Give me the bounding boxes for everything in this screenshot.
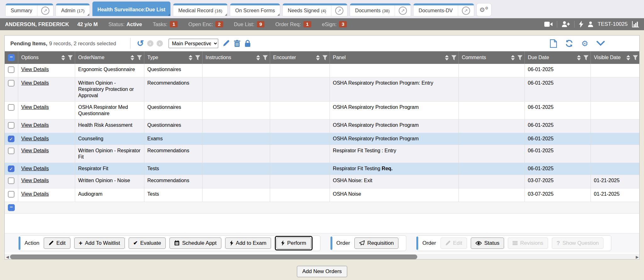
filter-icon[interactable] xyxy=(451,55,457,60)
chevron-right-icon[interactable]: › xyxy=(157,40,163,47)
tab-settings-button[interactable]: ⚙⚙ xyxy=(477,3,491,16)
row-checkbox[interactable] xyxy=(8,177,14,184)
status-button[interactable]: Status xyxy=(471,238,504,249)
filter-icon[interactable] xyxy=(195,55,200,60)
scroll-right-icon[interactable]: ▶ xyxy=(635,255,640,259)
edit-button[interactable]: Edit xyxy=(44,238,70,249)
open-in-new-window-button[interactable]: ↗ xyxy=(37,3,53,16)
tab-documents-dv[interactable]: Documents-DV↗ xyxy=(414,3,474,16)
tab-summary[interactable]: Summary↗ xyxy=(6,3,53,16)
video-camera-icon[interactable] xyxy=(544,21,552,27)
schedule-appt-button[interactable]: Schedule Appt xyxy=(169,238,221,249)
lightning-icon[interactable] xyxy=(579,21,583,28)
tab-health-surveillance-due-list[interactable]: Health Surveillance:Due List xyxy=(92,2,170,16)
undo-icon[interactable]: ↺ xyxy=(137,39,144,48)
row-checkbox[interactable] xyxy=(8,66,14,73)
view-details-link[interactable]: View Details xyxy=(21,80,49,86)
filter-icon[interactable] xyxy=(517,55,523,60)
view-details-link[interactable]: View Details xyxy=(21,191,49,197)
requisition-button[interactable]: Requisition xyxy=(354,238,398,249)
add-to-exam-button[interactable]: Add to Exam xyxy=(225,238,271,249)
filter-icon[interactable] xyxy=(263,55,268,60)
panel-toolbar: Pending Items, 9 records, 2 records sele… xyxy=(5,36,639,51)
row-checkbox[interactable] xyxy=(8,122,14,129)
bolt-icon xyxy=(230,240,233,246)
scrollbar-thumb[interactable] xyxy=(10,255,417,259)
row-checkbox[interactable] xyxy=(8,104,14,111)
add-to-waitlist-button[interactable]: +Add To Waitlist xyxy=(74,238,125,249)
collapse-chevron-icon[interactable] xyxy=(597,41,605,46)
sort-icon[interactable] xyxy=(445,55,449,60)
tab-admin[interactable]: Admin(17) xyxy=(56,3,89,16)
sort-icon[interactable] xyxy=(511,55,515,60)
stat-badge-due-list[interactable]: 9 xyxy=(257,21,265,27)
focus-ring: Perform xyxy=(275,236,312,250)
view-details-link[interactable]: View Details xyxy=(21,67,49,72)
sort-icon[interactable] xyxy=(256,55,260,60)
stat-badge-esign[interactable]: 3 xyxy=(339,21,347,27)
column-header-type[interactable]: Type xyxy=(144,51,202,64)
open-in-new-window-button[interactable]: ↗ xyxy=(331,3,347,16)
tab-on-screen-forms[interactable]: On Screen Forms xyxy=(230,3,280,16)
view-details-link[interactable]: View Details xyxy=(21,148,49,153)
tab-documents[interactable]: Documents(38)↗ xyxy=(350,3,411,16)
visible-date-cell: 01-21-2025 xyxy=(591,175,640,188)
column-header-comments[interactable]: Comments xyxy=(458,51,525,64)
button-label: Status xyxy=(484,240,499,246)
add-person-icon[interactable] xyxy=(562,21,570,27)
panel-title: Pending Items, xyxy=(10,41,47,47)
sort-icon[interactable] xyxy=(626,55,630,60)
sort-icon[interactable] xyxy=(316,55,320,60)
view-details-link[interactable]: View Details xyxy=(21,104,49,110)
due-date-cell: 06-01-2025 xyxy=(525,133,591,145)
filter-icon[interactable] xyxy=(583,55,589,60)
perform-button[interactable]: Perform xyxy=(276,238,311,249)
filter-icon[interactable] xyxy=(68,55,73,60)
filter-icon[interactable] xyxy=(322,55,328,60)
sort-icon[interactable] xyxy=(577,55,581,60)
bar-chart-icon[interactable] xyxy=(632,21,639,27)
row-checkbox[interactable] xyxy=(8,80,14,87)
column-header-encounter[interactable]: Encounter xyxy=(270,51,330,64)
settings-gear-icon[interactable]: ⚙ xyxy=(581,40,588,48)
sort-icon[interactable] xyxy=(61,55,65,60)
edit-perspective-icon[interactable] xyxy=(223,40,230,47)
row-checkbox[interactable]: ✓ xyxy=(8,165,14,172)
stat-badge-tasks[interactable]: 1 xyxy=(170,21,178,27)
view-details-link[interactable]: View Details xyxy=(21,122,49,128)
tab-needs-signed[interactable]: Needs Signed(4)↗ xyxy=(283,3,347,16)
horizontal-scrollbar[interactable]: ◀ ▶ xyxy=(5,254,640,260)
column-header-ordername[interactable]: OrderName xyxy=(75,51,144,64)
select-all-checkbox[interactable]: − xyxy=(8,54,15,61)
view-details-link[interactable]: View Details xyxy=(21,136,49,141)
add-new-orders-button[interactable]: Add New Orders xyxy=(297,266,347,277)
column-header-due-date[interactable]: Due Date xyxy=(525,51,591,64)
open-in-new-window-button[interactable]: ↗ xyxy=(458,3,474,16)
filter-icon[interactable] xyxy=(137,55,142,60)
tab-medical-record[interactable]: Medical Record(16) xyxy=(173,3,227,16)
stat-badge-open-enc[interactable]: 2 xyxy=(215,21,223,27)
sort-icon[interactable] xyxy=(130,55,134,60)
open-in-new-window-button[interactable]: ↗ xyxy=(395,3,411,16)
column-header-instructions[interactable]: Instructions xyxy=(202,51,270,64)
column-header-panel[interactable]: Panel xyxy=(330,51,458,64)
deselect-all-icon[interactable]: − xyxy=(8,204,15,211)
view-details-link[interactable]: View Details xyxy=(21,178,49,183)
lock-icon[interactable] xyxy=(245,40,251,47)
chevron-left-icon[interactable]: ‹ xyxy=(147,40,153,47)
evaluate-button[interactable]: ✔Evaluate xyxy=(129,238,166,249)
row-checkbox[interactable] xyxy=(8,148,14,154)
filter-icon[interactable] xyxy=(633,55,638,60)
row-checkbox[interactable] xyxy=(8,191,14,198)
scroll-left-icon[interactable]: ◀ xyxy=(5,255,10,259)
perspective-select[interactable]: Main Perspective xyxy=(169,39,218,48)
column-header-visible-date[interactable]: Visible Date xyxy=(591,51,640,64)
delete-perspective-icon[interactable] xyxy=(234,40,240,47)
sort-icon[interactable] xyxy=(189,55,192,60)
row-checkbox[interactable]: ✓ xyxy=(8,136,14,142)
view-details-link[interactable]: View Details xyxy=(21,166,49,171)
new-document-icon[interactable] xyxy=(550,39,557,48)
stat-badge-order-req[interactable]: 1 xyxy=(303,21,311,27)
column-header-options[interactable]: Options xyxy=(18,51,75,64)
refresh-icon[interactable] xyxy=(565,39,573,48)
